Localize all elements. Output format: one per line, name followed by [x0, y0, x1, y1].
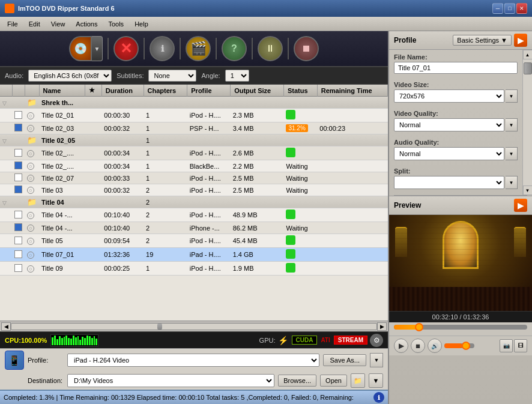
volume-fill — [444, 343, 462, 348]
table-row: ▽ 📁 Title 04 2 — [0, 196, 388, 208]
scroll-track[interactable] — [523, 59, 533, 185]
convert-button[interactable]: 🎬 — [186, 36, 211, 61]
minimize-button[interactable]: ─ — [492, 3, 503, 14]
preview-timeline[interactable] — [389, 322, 532, 336]
gpu-settings-button[interactable]: ⚙ — [370, 334, 383, 347]
scroll-down-button[interactable]: ▼ — [523, 185, 533, 195]
audio-quality-dropdown[interactable]: ▼ — [506, 147, 518, 160]
scroll-track[interactable] — [11, 323, 377, 330]
volume-thumb[interactable] — [462, 342, 470, 350]
video-quality-select[interactable]: Normal — [394, 118, 504, 131]
basic-settings-button[interactable]: Basic Settings ▼ — [453, 35, 512, 46]
subtitles-select[interactable]: None — [148, 70, 196, 82]
remove-button[interactable]: ✕ — [113, 36, 139, 61]
cpu-bar-segment — [89, 336, 91, 345]
info-button[interactable]: ℹ — [150, 36, 175, 61]
volume-slider[interactable] — [444, 343, 474, 348]
split-dropdown[interactable]: ▼ — [506, 176, 518, 189]
settings-scrollbar[interactable]: ▲ ▼ — [522, 50, 532, 195]
dvd-source-button[interactable]: 💿 — [69, 36, 92, 61]
cpu-bar-segment — [59, 336, 61, 345]
audio-quality-select[interactable]: Normal — [394, 147, 504, 160]
angle-select[interactable]: 1 — [225, 70, 249, 82]
menu-help[interactable]: Help — [130, 19, 153, 29]
menu-actions[interactable]: Actions — [71, 19, 102, 29]
more-options-button[interactable]: ▼ — [369, 373, 383, 388]
open-button[interactable]: Open — [320, 375, 347, 387]
ati-label: ATI — [321, 337, 330, 343]
help-button[interactable]: ? — [222, 36, 247, 61]
col-chapters[interactable]: Chapters — [144, 85, 187, 97]
cuda-button[interactable]: CUDA — [292, 336, 318, 345]
scroll-right-button[interactable]: ▶ — [377, 322, 387, 331]
audio-quality-label: Audio Quality: — [394, 139, 518, 146]
menu-tools[interactable]: Tools — [103, 19, 128, 29]
timeline-thumb[interactable] — [415, 323, 423, 331]
table-row: ○ Title 02_03 00:00:32 1 PSP - H... 3.4 … — [0, 122, 388, 134]
destination-select[interactable]: D:\My Videos — [67, 374, 274, 387]
col-profile[interactable]: Profile — [187, 85, 231, 97]
maximize-button[interactable]: □ — [504, 3, 515, 14]
menu-edit[interactable]: Edit — [24, 19, 45, 29]
snapshot-button-2[interactable]: 🎞 — [514, 339, 527, 352]
cpu-bar-segment — [73, 336, 74, 345]
scroll-up-button[interactable]: ▲ — [523, 50, 533, 59]
pause-button[interactable]: ⏸ — [258, 36, 283, 61]
col-remaining[interactable]: Remaining Time — [317, 85, 387, 97]
stop-playback-button[interactable]: ⏹ — [411, 339, 425, 353]
menu-file[interactable]: File — [2, 19, 23, 29]
split-select[interactable] — [394, 176, 504, 189]
stream-button[interactable]: STREAM — [334, 336, 367, 345]
table-row: ○ Title 04 -... 00:10:40 2 iPhone -... 8… — [0, 222, 388, 234]
cpu-bar-segment — [68, 338, 70, 345]
table-row: ▽ 📁 Title 02_05 1 — [0, 134, 388, 146]
video-crowd — [389, 287, 532, 311]
video-size-dropdown[interactable]: ▼ — [506, 89, 518, 103]
col-status[interactable]: Status — [283, 85, 317, 97]
browse-button[interactable]: Browse... — [278, 375, 316, 387]
stop-button[interactable]: ⏹ — [294, 36, 319, 61]
timeline-track[interactable] — [394, 325, 527, 330]
col-star[interactable]: ★ — [85, 85, 102, 97]
save-as-button[interactable]: Save As... — [323, 354, 366, 366]
profile-select[interactable]: iPad - H.264 Video — [67, 354, 319, 367]
scroll-left-button[interactable]: ◀ — [1, 322, 11, 331]
folder-icon-button[interactable]: 📁 — [351, 373, 365, 388]
timeline-progress[interactable] — [394, 325, 420, 330]
file-name-input[interactable] — [394, 62, 518, 74]
close-button[interactable]: ✕ — [516, 3, 527, 14]
status-info-button[interactable]: ℹ — [373, 392, 384, 403]
cpu-bar-segment — [61, 338, 63, 345]
gpu-section: GPU: ⚡ CUDA ATI STREAM ⚙ — [259, 334, 383, 347]
snapshot-button-1[interactable]: 📷 — [500, 339, 513, 352]
col-size[interactable]: Output Size — [231, 85, 284, 97]
toolbar-separator-4 — [216, 38, 217, 59]
volume-icon[interactable]: 🔊 — [428, 339, 442, 353]
horizontal-scrollbar[interactable]: ◀ ▶ — [0, 321, 388, 331]
play-button[interactable]: ▶ — [394, 339, 408, 353]
scroll-thumb[interactable] — [157, 324, 162, 330]
scroll-thumb[interactable] — [524, 62, 532, 74]
cpu-bar-segment — [65, 336, 67, 345]
cpu-bar-segment — [70, 339, 72, 345]
cpu-bar-segment — [84, 338, 86, 345]
dvd-source-dropdown[interactable]: ▼ — [92, 36, 103, 61]
col-name[interactable]: Name — [39, 85, 85, 97]
cpu-bar: CPU:100.00% — [0, 331, 388, 348]
file-name-label: File Name: — [394, 53, 518, 61]
toolbar-separator-3 — [180, 38, 181, 59]
audio-select[interactable]: English AC3 6ch (0x8f — [28, 70, 112, 82]
status-bar: Completed: 1.3% | Time Remaining: 00:132… — [0, 390, 388, 404]
col-duration[interactable]: Duration — [101, 85, 144, 97]
table-row: ○ Title 02_.... 00:00:34 1 iPod - H.... … — [0, 146, 388, 160]
toolbar: 💿 ▼ ✕ ℹ 🎬 ? ⏸ ⏹ — [0, 31, 388, 67]
video-size-select[interactable]: 720x576 — [394, 89, 504, 103]
cpu-bar-segment — [77, 336, 79, 345]
menu-view[interactable]: View — [46, 19, 70, 29]
preview-expand-button[interactable]: ▶ — [514, 199, 527, 212]
video-quality-dropdown[interactable]: ▼ — [506, 118, 518, 131]
profile-dropdown-button[interactable]: ▼ — [370, 353, 383, 367]
video-frame — [389, 215, 532, 311]
expand-panel-button[interactable]: ▶ — [514, 34, 527, 47]
file-table: Name ★ Duration Chapters Profile Output … — [0, 85, 388, 276]
